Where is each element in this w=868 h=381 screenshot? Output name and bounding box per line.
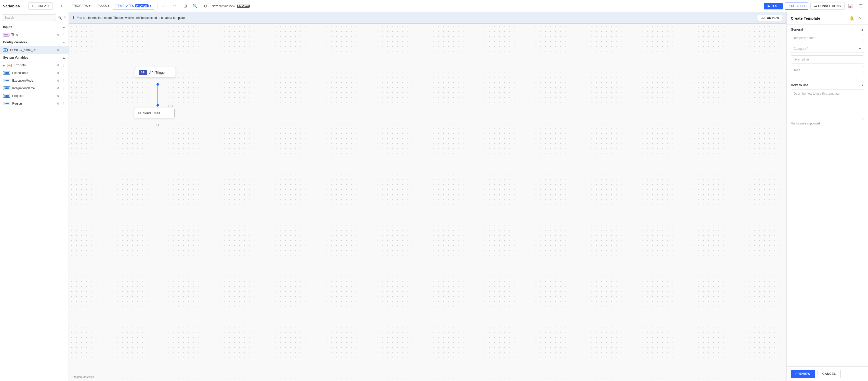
sidebar-toggle[interactable]: ⊢ xyxy=(59,2,67,10)
type-badge-str-intname: STR xyxy=(3,86,10,90)
editor-view-button[interactable]: EDITOR VIEW xyxy=(757,15,782,21)
config-chevron-icon: ▲ xyxy=(62,40,65,44)
collapse-panel-button[interactable]: ⊳| xyxy=(857,15,864,21)
right-panel-icons: 🔔 ⊳| xyxy=(848,15,864,21)
list-item[interactable]: STR ProjectId 0 ⋮ xyxy=(0,92,68,100)
send-email-output-dot[interactable] xyxy=(156,124,159,126)
list-item[interactable]: STR Region 0 ⋮ xyxy=(0,100,68,107)
expand-icon[interactable]: ▶ xyxy=(3,64,5,67)
api-icon: API xyxy=(139,70,147,75)
how-to-use-textarea[interactable] xyxy=(791,89,864,120)
tags-input[interactable] xyxy=(791,66,864,74)
zoom-out-btn[interactable]: ⊖ xyxy=(201,2,210,10)
more-menu-button[interactable]: ☰ xyxy=(857,2,865,10)
list-item[interactable]: S| 'CONFIG_email_id' 0 ⋮ xyxy=(0,46,68,54)
send-email-input-dot[interactable] xyxy=(156,104,159,107)
var-count-executionmode: 0 xyxy=(57,79,59,82)
var-menu-errorinfo[interactable]: ⋮ xyxy=(61,63,65,68)
type-badge-str-mode: STR xyxy=(3,79,10,82)
connector-svg xyxy=(157,84,158,105)
top-nav: Variables ＋ + CREATE ⊢ TRIGGERS ▾ TASKS … xyxy=(0,0,868,12)
var-name-executionmode: ExecutionMode xyxy=(12,79,55,82)
how-to-use-chevron-icon: ▲ xyxy=(861,83,864,87)
var-name-time: Time xyxy=(11,33,55,36)
inputs-section-header[interactable]: Inputs ▲ xyxy=(0,23,68,31)
list-item[interactable]: STR IntegrationName 0 ⋮ xyxy=(0,84,68,92)
var-menu-executionmode[interactable]: ⋮ xyxy=(61,78,65,83)
category-select[interactable]: Category * xyxy=(791,45,864,53)
config-section: Config Variables ▲ S| 'CONFIG_email_id' … xyxy=(0,38,68,54)
list-item[interactable]: ▶ U| ErrorInfo 0 ⋮ xyxy=(0,61,68,69)
tab-triggers[interactable]: TRIGGERS ▾ xyxy=(69,3,94,9)
var-name-integrationname: IntegrationName xyxy=(12,86,55,90)
create-button[interactable]: ＋ + CREATE xyxy=(28,2,53,10)
config-section-header[interactable]: Config Variables ▲ xyxy=(0,38,68,46)
canvas[interactable]: API API Trigger ID: 1 ✉ Send Email Regio… xyxy=(69,24,786,381)
how-to-use-section: How to use ▲ Markdown is supported xyxy=(787,80,868,130)
type-badge-int: INT xyxy=(3,33,9,36)
layout-button[interactable]: ⊞ xyxy=(181,2,189,10)
bell-icon-button[interactable]: 🔔 xyxy=(848,15,856,21)
var-count-executionid: 0 xyxy=(57,71,59,75)
canvas-view-label: New canvas view PREVIEW xyxy=(212,4,250,8)
description-field xyxy=(791,55,864,63)
how-to-use-section-header[interactable]: How to use ▲ xyxy=(791,83,864,87)
var-menu-executionid[interactable]: ⋮ xyxy=(61,70,65,76)
how-to-use-field: Markdown is supported xyxy=(791,89,864,125)
api-trigger-label: API Trigger xyxy=(149,71,166,75)
type-badge-u: U| xyxy=(7,64,12,67)
search-icon-button[interactable]: 🔍 xyxy=(58,16,62,20)
template-name-input[interactable] xyxy=(791,34,864,42)
var-menu-config-email[interactable]: ⋮ xyxy=(61,48,65,53)
test-icon: ▶ xyxy=(768,4,770,8)
description-input[interactable] xyxy=(791,55,864,63)
var-name-config-email: 'CONFIG_email_id' xyxy=(10,48,55,52)
inputs-chevron-icon: ▲ xyxy=(62,25,65,29)
general-section-header[interactable]: General ▲ xyxy=(791,28,864,31)
var-menu-projectid[interactable]: ⋮ xyxy=(61,93,65,98)
nav-divider-1 xyxy=(25,3,25,9)
tab-tasks[interactable]: TASKS ▾ xyxy=(94,3,113,9)
api-trigger-node[interactable]: API API Trigger xyxy=(135,67,176,78)
redo-button[interactable]: ↪ xyxy=(171,2,179,10)
undo-button[interactable]: ↩ xyxy=(160,2,169,10)
var-count-errorinfo: 0 xyxy=(57,64,59,67)
system-content: ▶ U| ErrorInfo 0 ⋮ STR ExecutionId 0 ⋮ S… xyxy=(0,61,68,107)
connections-button[interactable]: ⇌ CONNECTIONS xyxy=(810,3,844,10)
send-email-id: ID: 1 xyxy=(168,105,173,107)
banner-text: You are in template mode. The below flow… xyxy=(77,16,186,20)
zoom-button[interactable]: 🔍 xyxy=(191,2,199,10)
var-count-region: 0 xyxy=(57,102,59,105)
var-name-executionid: ExecutionId xyxy=(12,71,55,75)
right-panel-header: Create Template 🔔 ⊳| xyxy=(787,12,868,25)
type-badge-str-region: STR xyxy=(3,102,10,105)
create-icon: ＋ xyxy=(31,4,34,8)
list-item[interactable]: STR ExecutionId 0 ⋮ xyxy=(0,69,68,77)
test-button[interactable]: ▶ TEST xyxy=(764,3,783,9)
config-title: Config Variables xyxy=(3,40,27,44)
how-to-use-title: How to use xyxy=(791,83,808,87)
list-item[interactable]: INT Time 0 ⋮ xyxy=(0,31,68,38)
filter-icon-button[interactable]: ⊟ xyxy=(63,16,66,20)
inputs-section: Inputs ▲ INT Time 0 ⋮ xyxy=(0,23,68,38)
tasks-chevron-icon: ▾ xyxy=(108,4,109,8)
var-menu-time[interactable]: ⋮ xyxy=(61,32,65,37)
email-icon: ✉ xyxy=(137,111,141,116)
tab-templates[interactable]: TEMPLATES PREVIEW ▾ xyxy=(113,3,154,9)
general-chevron-icon: ▲ xyxy=(861,28,864,31)
publish-button[interactable]: ↑ PUBLISH xyxy=(785,3,809,10)
analytics-button[interactable]: 📊 xyxy=(846,2,855,10)
api-trigger-output-dot[interactable] xyxy=(156,83,159,86)
system-section-header[interactable]: System Variables ▲ xyxy=(0,54,68,61)
tags-field xyxy=(791,66,864,74)
var-menu-integrationname[interactable]: ⋮ xyxy=(61,86,65,91)
send-email-node[interactable]: ID: 1 ✉ Send Email xyxy=(134,108,175,118)
connections-icon: ⇌ xyxy=(814,4,817,8)
cancel-button[interactable]: CANCEL xyxy=(817,370,841,378)
search-input[interactable] xyxy=(2,14,56,21)
right-footer: PREVIEW CANCEL xyxy=(787,367,868,381)
triggers-chevron-icon: ▾ xyxy=(89,4,90,8)
list-item[interactable]: STR ExecutionMode 0 ⋮ xyxy=(0,77,68,84)
preview-button[interactable]: PREVIEW xyxy=(791,370,815,378)
var-menu-region[interactable]: ⋮ xyxy=(61,101,65,106)
